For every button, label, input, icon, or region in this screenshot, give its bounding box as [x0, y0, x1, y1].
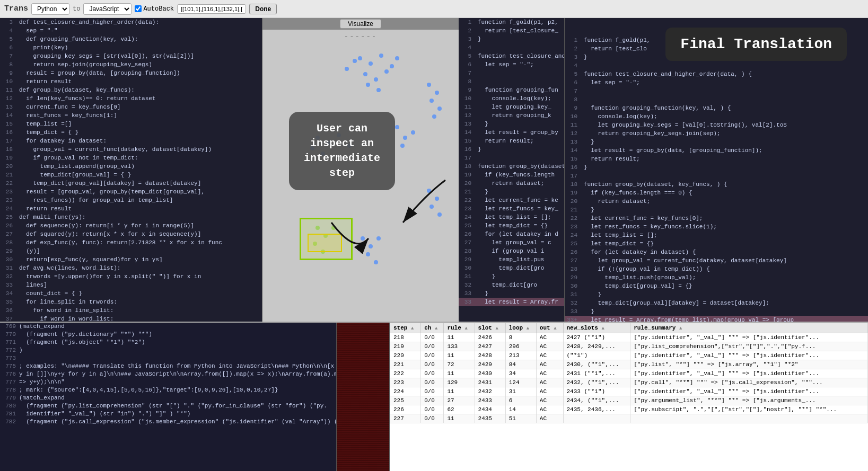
right-left-code-line: 19 if (key_funcs.length — [459, 171, 564, 179]
line-content: let current_func = key_funcs[0]; — [582, 214, 868, 223]
line-number: 782 — [0, 418, 19, 426]
done-button[interactable]: Done — [249, 4, 277, 14]
right-left-code-line: 13 } — [459, 120, 564, 128]
table-cell: 0/0 — [421, 414, 444, 423]
table-header[interactable]: loop ▲ — [505, 323, 536, 333]
line-content: temp_list =[] — [17, 120, 262, 128]
table-row[interactable]: 2190/01332427296AC2428, 2429,...["py.lis… — [390, 342, 868, 351]
right-right-code-line: 26 for (let datakey in dataset) { — [565, 248, 868, 256]
line-number: 28 — [565, 265, 582, 273]
left-code-line: 7 grouping_key_segs = [str(val[0]), str(… — [0, 52, 262, 60]
bottom-code-line: 776y in []]\ny+y for y in a]\n\n### Java… — [0, 370, 336, 378]
line-content: def squared(y): return[x * x for x in se… — [17, 230, 262, 238]
right-right-code-line: 14 let result = group_by(data, [grouping… — [565, 146, 868, 155]
table-header[interactable]: rule ▲ — [444, 323, 475, 333]
line-number: 10 — [459, 94, 476, 103]
right-right-code-line: 8 — [565, 95, 868, 104]
line-number: 5 — [0, 35, 17, 43]
bottom-table-panel: step ▲ch ▲rule ▲slot ▲loop ▲out ▲new_slo… — [390, 323, 868, 471]
line-content: let group_val = c — [476, 238, 564, 247]
table-cell: AC — [536, 342, 563, 351]
table-cell: 84 — [505, 360, 536, 369]
line-content: } — [582, 307, 868, 316]
autoback-checkbox[interactable] — [135, 5, 142, 12]
toolbar: Trans Python to JavaScript AutoBack [[10… — [0, 0, 868, 18]
table-header[interactable]: new_slots ▲ — [563, 323, 630, 333]
visualize-button[interactable]: Visualize — [340, 19, 381, 29]
table-row[interactable]: 2200/0112428213AC("*1")["py.identifier",… — [390, 351, 868, 360]
table-cell: 51 — [505, 414, 536, 423]
table-cell: 2434, ("*1",... — [563, 396, 630, 405]
line-number: 9 — [565, 104, 582, 112]
table-cell: AC — [536, 333, 563, 342]
table-header[interactable]: ch ▲ — [421, 323, 444, 333]
line-content: function grouping_fun — [476, 86, 564, 94]
line-content: group_val = current_func(datakey, datase… — [17, 145, 262, 154]
line-content: } — [582, 206, 868, 214]
right-left-code-line: 24 let temp_list = []; — [459, 213, 564, 221]
left-code-line: 22 temp_dict[group_val][datakey] = datas… — [0, 179, 262, 188]
line-content: def sequence(y): return[i * y for i in r… — [17, 221, 262, 230]
to-lang-select[interactable]: JavaScript — [83, 3, 131, 15]
line-content: return result; — [476, 137, 564, 145]
scatter-dot — [390, 64, 394, 68]
scatter-dot — [395, 125, 399, 129]
line-content: temp_dict[group_val] = { } — [17, 171, 262, 179]
right-right-code-line: 24 let temp_list = []; — [565, 231, 868, 239]
right-right-code-line: 30 temp_dict[group_val] = {} — [565, 282, 868, 290]
line-content: let rest_funcs = key_funcs.slice(1); — [582, 223, 868, 231]
table-row[interactable]: 2270/011243551AC — [390, 414, 868, 423]
left-code-area: 3def test_closure_and_higher_order(data)… — [0, 18, 262, 322]
table-row[interactable]: 2250/02724336AC2434, ("*1",...["py.argum… — [390, 396, 868, 405]
line-content: rest_funcs = key_funcs[1:] — [17, 111, 262, 120]
table-cell: AC — [536, 378, 563, 387]
table-row[interactable]: 2180/01124268AC2427 ("*1")["py.identifie… — [390, 333, 868, 342]
bottom-code-line: 775; examples: "\n##### Translate this f… — [0, 362, 336, 370]
table-row[interactable]: 2220/011243034AC2431 ("*1",...["py.ident… — [390, 369, 868, 378]
line-number: 21 — [459, 188, 476, 196]
viz-header: Visualize — [262, 18, 459, 30]
right-right-code-line: 32 temp_dict[group_val][datakey] = datas… — [565, 299, 868, 307]
line-content: rest_funcs)) for group_val in temp_list] — [17, 196, 262, 205]
table-cell: 0/0 — [421, 342, 444, 351]
coord-button[interactable]: [[101,1],[116,1],[132,1],[ — [177, 4, 246, 14]
left-code-line: 10 return result — [0, 77, 262, 86]
right-right-code-line: 19 if (key_funcs.length === 0) { — [565, 189, 868, 197]
line-number: 19 — [0, 154, 17, 162]
sort-arrow-icon: ▲ — [411, 326, 414, 331]
line-number: 36 — [0, 306, 17, 315]
table-cell: 221 — [390, 360, 421, 369]
table-header[interactable]: step ▲ — [390, 323, 421, 333]
line-number: 779 — [0, 394, 19, 402]
scatter-dot — [427, 83, 431, 87]
table-row[interactable]: 2260/062243414AC2435, 2436,...["py.subsc… — [390, 405, 868, 414]
right-left-code-line: 32 temp_dict[gro — [459, 281, 564, 289]
table-header[interactable]: rule_summary ▲ — [630, 323, 868, 333]
from-lang-select[interactable]: Python — [31, 3, 69, 15]
table-cell — [563, 414, 630, 423]
left-code-line: 26 def sequence(y): return[i * y for i i… — [0, 221, 262, 230]
table-header[interactable]: out ▲ — [536, 323, 563, 333]
line-content: return dataset; — [582, 197, 868, 206]
line-number: 33 — [459, 289, 476, 298]
right-left-code-line: 8 — [459, 77, 564, 86]
table-header[interactable]: slot ▲ — [475, 323, 505, 333]
sort-arrow-icon: ▲ — [554, 326, 556, 331]
table-cell: ["py.identifier", "_val_"] "*" => ["js.i… — [630, 333, 868, 342]
line-number: 28 — [459, 247, 476, 255]
table-row[interactable]: 2240/011243231AC2433 ("*1")["py.identifi… — [390, 387, 868, 396]
table-row[interactable]: 2230/01292431124AC2432, ("*1",...["py.ca… — [390, 378, 868, 387]
table-cell: 8 — [505, 333, 536, 342]
right-left-code-line: 3} — [459, 35, 564, 43]
table-row[interactable]: 2210/072242984AC2430, ("*1",...["py.list… — [390, 360, 868, 369]
line-number: 14 — [459, 128, 476, 137]
table-cell: AC — [536, 360, 563, 369]
left-code-line: 36 for word in line_split: — [0, 306, 262, 315]
line-content: } — [476, 272, 564, 281]
table-cell: 213 — [505, 351, 536, 360]
table-cell: 11 — [444, 387, 475, 396]
line-content: } — [476, 289, 564, 298]
line-number: 33 — [0, 281, 17, 289]
line-number: 30 — [0, 255, 17, 264]
line-content: => y+y);\n\n" — [19, 378, 65, 386]
